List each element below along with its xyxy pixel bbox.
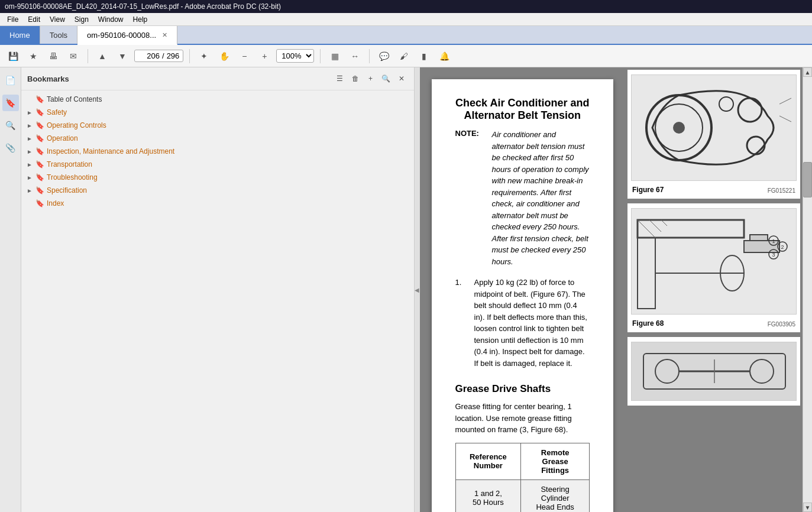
redact-button[interactable]: ▮ [416,48,432,64]
bm-label-operating: Operating Controls [47,121,106,129]
menu-window[interactable]: Window [93,14,128,25]
bm-close-button[interactable]: ✕ [395,72,408,85]
bm-delete-button[interactable]: 🗑 [349,72,362,85]
page-total: 296 [167,51,180,60]
scroll-down-button[interactable]: ▼ [803,503,812,512]
highlight-button[interactable]: 🖌 [396,48,412,64]
share-button[interactable]: 🔔 [436,48,452,64]
email-button[interactable]: ✉ [65,48,82,64]
figure-69-box [627,337,800,406]
zoom-in-button[interactable]: + [256,48,273,64]
bm-chevron-inspection: ► [26,148,33,155]
sidebar-collapse-handle[interactable]: ◀ [414,67,420,512]
bm-search-button[interactable]: 🔍 [380,72,393,85]
bm-label-toc: Table of Contents [47,95,102,103]
content-area: Check Air Conditioner and Alternator Bel… [420,67,813,512]
menu-help[interactable]: Help [128,14,153,25]
figure-67-caption: Figure 67 [632,186,664,194]
bookmark-button[interactable]: ★ [25,48,41,64]
bm-bookmark-icon-inspection: 🔖 [35,147,44,155]
separator-3 [320,49,321,63]
grease-section-title: Grease Drive Shafts [455,383,590,395]
scroll-track[interactable] [803,77,812,503]
bm-label-specification: Specification [47,186,87,195]
svg-rect-9 [632,208,796,315]
page-sep: / [162,51,164,60]
bookmark-item-operating[interactable]: ► 🔖 Operating Controls [21,119,414,132]
fit-width-button[interactable]: ↔ [347,48,363,64]
right-scrollbar[interactable]: ▲ ▼ [803,67,812,512]
prev-page-button[interactable]: ▲ [94,48,111,64]
svg-rect-13 [750,235,768,241]
bookmark-item-inspection[interactable]: ► 🔖 Inspection, Maintenance and Adjustme… [21,145,414,158]
tab-tools-label: Tools [50,31,67,40]
bookmark-item-safety[interactable]: ► 🔖 Safety [21,106,414,119]
title-bar: om-950106-00008AE_DL420_2014-07-15_LowRe… [0,0,812,13]
menu-sign[interactable]: Sign [70,14,93,25]
page-input[interactable] [138,51,160,60]
next-page-button[interactable]: ▼ [114,48,131,64]
scroll-thumb[interactable] [803,162,812,197]
cursor-tool-button[interactable]: ✦ [196,48,212,64]
menu-file[interactable]: File [2,14,23,25]
bookmark-item-specification[interactable]: ► 🔖 Specification [21,184,414,197]
svg-text:1: 1 [772,238,775,244]
bm-chevron-operation: ► [26,135,33,142]
sidebar-icon-bookmarks[interactable]: 🔖 [2,95,19,111]
save-button[interactable]: 💾 [5,48,21,64]
bm-chevron-troubleshooting: ► [26,174,33,181]
svg-text:3: 3 [772,252,775,258]
svg-point-3 [673,122,685,134]
sidebar-icon-nav[interactable]: 📄 [2,72,19,89]
figures-panel: Figure 67 FG015221 [625,67,803,512]
note-text: Air conditioner and alternator belt tens… [492,129,590,267]
bm-label-safety: Safety [47,108,67,116]
tab-doc[interactable]: om-950106-00008... ✕ [77,26,177,45]
bm-label-operation: Operation [47,134,78,142]
grease-intro: Grease fitting for center bearing, 1 loc… [455,401,590,436]
sidebar-icon-search[interactable]: 🔍 [2,117,19,134]
zoom-out-button[interactable]: − [236,48,253,64]
print-button[interactable]: 🖶 [45,48,62,64]
separator-4 [369,49,370,63]
menu-edit[interactable]: Edit [23,14,45,25]
bookmarks-title: Bookmarks [27,74,69,83]
step-1-text: Apply 10 kg (22 lb) of force to midpoint… [474,277,590,369]
toolbar: 💾 ★ 🖶 ✉ ▲ ▼ / 296 ✦ ✋ − + 100% 75% 125% … [0,45,812,67]
bm-bookmark-icon-toc: 🔖 [35,95,44,103]
tab-tools[interactable]: Tools [40,26,77,44]
bm-options-button[interactable]: ☰ [334,72,347,85]
bm-bookmark-icon-troubleshooting: 🔖 [35,173,44,182]
step-1: 1. Apply 10 kg (22 lb) of force to midpo… [455,277,590,374]
bookmark-item-transportation[interactable]: ► 🔖 Transportation [21,158,414,171]
scroll-up-button[interactable]: ▲ [803,67,812,77]
bookmark-item-troubleshooting[interactable]: ► 🔖 Troubleshooting [21,171,414,184]
bookmark-item-toc[interactable]: 🔖 Table of Contents [21,93,414,106]
bookmark-item-operation[interactable]: ► 🔖 Operation [21,132,414,145]
tab-close-icon[interactable]: ✕ [162,31,167,39]
figure-67-box: Figure 67 FG015221 [627,70,800,199]
tab-doc-label: om-950106-00008... [87,31,156,40]
bm-bookmark-icon-specification: 🔖 [35,186,44,195]
sidebar-icon-strip: 📄 🔖 🔍 📎 [0,67,21,512]
bm-label-index: Index [47,199,64,208]
figure-68-svg: 1 2 3 [632,208,796,315]
tab-bar: Home Tools om-950106-00008... ✕ [0,26,812,45]
separator-1 [88,49,88,63]
pdf-area[interactable]: Check Air Conditioner and Alternator Bel… [420,67,626,512]
sidebar-icon-attach[interactable]: 📎 [2,140,19,156]
figure-68-label: FG003905 [768,321,795,328]
table-cell-ref-1: 1 and 2,50 Hours [455,479,521,512]
comment-button[interactable]: 💬 [376,48,392,64]
step-1-num: 1. [455,277,467,374]
svg-text:2: 2 [781,244,784,250]
zoom-select[interactable]: 100% 75% 125% 150% [276,49,314,63]
bm-add-button[interactable]: + [364,72,377,85]
bm-bookmark-icon-operation: 🔖 [35,134,44,142]
bm-bookmark-icon-safety: 🔖 [35,108,44,116]
bookmark-item-index[interactable]: 🔖 Index [21,197,414,210]
menu-view[interactable]: View [45,14,70,25]
fit-page-button[interactable]: ▦ [326,48,343,64]
hand-tool-button[interactable]: ✋ [216,48,232,64]
tab-home[interactable]: Home [0,26,40,44]
